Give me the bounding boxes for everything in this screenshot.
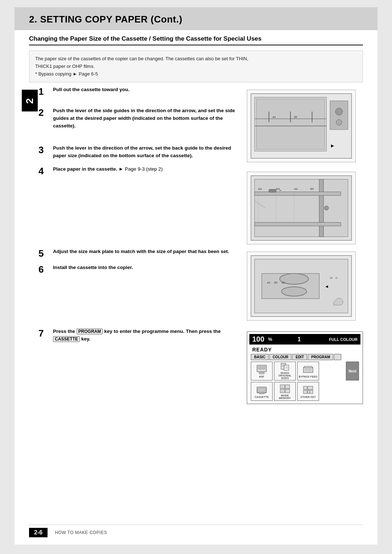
- step-7-before: Press the: [53, 329, 75, 334]
- ui-icon-other-key-label: OTHER KEY: [300, 396, 316, 398]
- ui-percent: 100: [252, 335, 264, 343]
- info-line1: The paper size of the cassettes of the c…: [35, 55, 357, 63]
- svg-point-6: [335, 108, 343, 115]
- ui-colour-mode: FULL COLOUR: [329, 337, 358, 342]
- step-7-left: 7 Press the PROGRAM key to enter the pro…: [38, 328, 247, 404]
- svg-rect-51: [304, 366, 312, 368]
- svg-text:→: →: [281, 390, 283, 392]
- svg-text:A3: A3: [282, 281, 285, 284]
- steps-bottom: 7 Press the PROGRAM key to enter the pro…: [38, 328, 363, 404]
- svg-text:B5: B5: [274, 281, 278, 284]
- page-header: 2. SETTING COPY PAPER (Cont.): [15, 7, 377, 30]
- step-4-arrow: ►: [119, 166, 125, 172]
- step-7-text: Press the PROGRAM key to enter the progr…: [53, 328, 240, 343]
- svg-text:M: M: [330, 277, 332, 280]
- chapter-number: 2: [22, 90, 38, 111]
- info-box: The paper size of the cassettes of the c…: [29, 50, 363, 82]
- ui-icon-mixed-orig[interactable]: MIXEDORIGINAL SIZES: [274, 362, 296, 380]
- svg-rect-64: [285, 389, 290, 393]
- diagram-1: ► A4 B5: [247, 90, 356, 162]
- svg-rect-66: [308, 386, 313, 390]
- step-4-num: 4: [38, 166, 50, 176]
- main-content: 1 Pull out the cassette toward you. 2 Pu…: [35, 86, 363, 404]
- step-6-num: 6: [38, 264, 50, 274]
- ui-status: READY: [249, 346, 360, 354]
- step-1: 1 Pull out the cassette toward you.: [38, 86, 240, 96]
- info-line3-ref: Page 6-5: [79, 71, 98, 77]
- step-1-num: 1: [38, 86, 50, 96]
- ui-icons-row-2: CASSETTE → →: [249, 382, 360, 401]
- svg-point-34: [282, 287, 307, 296]
- chapter-sidebar: 2: [22, 86, 35, 404]
- ui-percent-sign: %: [268, 337, 272, 342]
- svg-text:A3: A3: [258, 188, 262, 191]
- ui-panel-container: 100 % 1 FULL COLOUR READY BASIC COLOUR E…: [247, 328, 363, 404]
- step-7-num: 7: [38, 328, 50, 338]
- svg-rect-67: [303, 390, 307, 394]
- ui-next-button[interactable]: Next: [346, 362, 359, 380]
- diagram-2: → A3 B4 A4 B5: [247, 172, 356, 244]
- info-line3-text: * Bypass copying: [35, 71, 72, 77]
- step-7-key2: CASSETTE: [53, 336, 80, 342]
- step-5: 5 Adjust the size mark plate to match wi…: [38, 248, 240, 258]
- step-5-text: Adjust the size mark plate to match with…: [53, 248, 229, 256]
- ui-icon-adf[interactable]: ADF: [251, 362, 273, 380]
- step-3: 3 Push the lever in the direction of the…: [38, 144, 240, 160]
- steps-mid-left: 5 Adjust the size mark plate to match wi…: [38, 248, 247, 321]
- svg-text:A4: A4: [273, 116, 276, 119]
- section-header: Changing the Paper Size of the Cassette …: [29, 30, 363, 45]
- svg-rect-19: [269, 190, 276, 192]
- svg-rect-2: [256, 99, 324, 150]
- step-7: 7 Press the PROGRAM key to enter the pro…: [38, 328, 240, 343]
- ui-icon-bypass[interactable]: BYPASS FEED: [297, 362, 319, 380]
- step-4-text: Place paper in the cassette. ► Page 9-3 …: [53, 166, 163, 173]
- ui-icon-cassette[interactable]: CASSETTE: [251, 382, 273, 401]
- ui-tab-program[interactable]: PROGRAM: [308, 354, 333, 360]
- diagram-3: A4 B5 A3 ◄ M G: [247, 252, 356, 321]
- page-title: 2. SETTING COPY PAPER (Cont.): [29, 14, 363, 25]
- steps-top: 1 Pull out the cassette toward you. 2 Pu…: [38, 86, 363, 244]
- svg-point-7: [336, 120, 342, 126]
- diagram-3-container: A4 B5 A3 ◄ M G: [247, 248, 363, 321]
- svg-text:1: 1: [309, 390, 311, 394]
- info-line2: THICK1 paper or OHP films.: [35, 63, 357, 70]
- step-4-ref: Page 9-3 (step 2): [125, 166, 163, 172]
- svg-rect-58: [259, 393, 264, 394]
- svg-rect-42: [258, 366, 265, 367]
- svg-rect-50: [303, 367, 313, 372]
- svg-rect-17: [254, 223, 341, 226]
- svg-rect-65: [303, 386, 307, 390]
- ui-icons-row-1: ADF MI: [249, 362, 360, 380]
- step-2-num: 2: [38, 107, 50, 117]
- svg-rect-61: [285, 385, 290, 388]
- page: 2. SETTING COPY PAPER (Cont.) Changing t…: [15, 7, 377, 545]
- step-7-after: key.: [81, 336, 90, 342]
- step-6: 6 Install the cassette into the copier.: [38, 264, 240, 274]
- ui-tab-extra[interactable]: [334, 354, 341, 360]
- ui-icon-bypass-label: BYPASS FEED: [299, 375, 317, 378]
- svg-point-29: [324, 206, 328, 210]
- ui-icon-other-key[interactable]: 1 OTHER KEY: [297, 382, 319, 401]
- ui-tab-edit[interactable]: EDIT: [292, 354, 307, 360]
- ui-tab-colour[interactable]: COLOUR: [269, 354, 291, 360]
- step-4-main: Place paper in the cassette.: [53, 166, 117, 172]
- svg-text:◄: ◄: [324, 284, 329, 289]
- ui-tab-basic[interactable]: BASIC: [251, 354, 269, 360]
- step-7-middle: key to enter the programme menu. Then pr…: [104, 329, 221, 334]
- page-footer: 2-6 HOW TO MAKE COPIES: [29, 525, 363, 537]
- step-5-num: 5: [38, 248, 50, 258]
- section-title: Changing the Paper Size of the Cassette …: [29, 35, 363, 42]
- svg-text:A4: A4: [267, 281, 270, 284]
- svg-text:A4: A4: [294, 188, 298, 191]
- ui-copy-num: 1: [298, 336, 301, 343]
- svg-text:B5: B5: [310, 188, 314, 191]
- ui-icon-mode-memory[interactable]: → → MODE MEMORY: [274, 382, 296, 401]
- step-2: 2 Push the lever of the side guides in t…: [38, 107, 240, 130]
- footer-text: HOW TO MAKE COPIES: [55, 530, 107, 535]
- ui-icon-cassette-label: CASSETTE: [254, 396, 269, 398]
- svg-text:B5: B5: [294, 116, 297, 119]
- step-7-key1: PROGRAM: [77, 329, 103, 334]
- info-line3: * Bypass copying ► Page 6-5: [35, 70, 357, 78]
- steps-left: 1 Pull out the cassette toward you. 2 Pu…: [38, 86, 247, 244]
- svg-rect-15: [254, 179, 348, 237]
